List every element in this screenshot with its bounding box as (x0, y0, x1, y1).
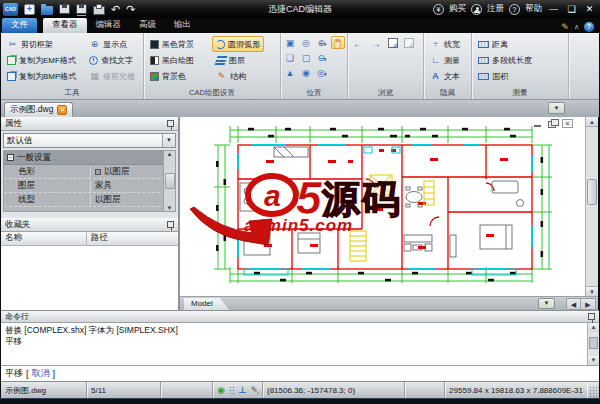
cmd-scroll-down-icon[interactable]: ▼ (588, 356, 599, 365)
property-grid-scrollbar[interactable]: ▲ ▼ (163, 151, 175, 211)
camera-view-icon[interactable]: ▣ (283, 36, 297, 49)
help-question-icon[interactable]: ? (509, 4, 520, 15)
vscroll-down-arrow-icon[interactable]: ▼ (586, 286, 598, 296)
command-input-line[interactable]: 平移 [ 取消 ] (1, 365, 599, 381)
line-width-button[interactable]: ÷线宽 (426, 36, 469, 52)
close-button[interactable]: ✕ (583, 4, 596, 14)
status-ortho-icon[interactable]: ⊥ (238, 385, 246, 395)
area-button[interactable]: 面积 (474, 68, 566, 84)
polyline-length-button[interactable]: 多段线长度 (474, 52, 566, 68)
document-tab[interactable]: 示例图.dwg ✕ (4, 102, 73, 117)
cmd-scroll-thumb[interactable] (589, 337, 598, 349)
copy-bmp-button[interactable]: 复制为BMP格式 (3, 68, 85, 84)
ribbon-help-icon[interactable]: ? (584, 22, 594, 32)
status-grid-icon[interactable] (229, 386, 234, 394)
favorites-col-name[interactable]: 名称 (1, 232, 87, 245)
edit-pencil-icon[interactable]: ✎ (561, 22, 569, 32)
collapse-minus-icon[interactable]: − (7, 154, 14, 161)
tab-advanced[interactable]: 高级 (130, 18, 165, 33)
register-button[interactable]: 注册 (487, 3, 504, 15)
regen-globe-icon[interactable]: ◉ (299, 66, 313, 79)
preset-value: 默认值 (7, 135, 33, 147)
measure-toggle-button[interactable]: ∟测量 (426, 52, 469, 68)
show-points-label: 显示点 (103, 39, 127, 50)
zoom-out-icon[interactable]: ⊖▾ (315, 51, 329, 64)
favorites-col-path[interactable]: 路径 (87, 232, 178, 245)
buy-button[interactable]: 购买 (449, 3, 466, 15)
view-3d-icon[interactable]: ▲ (283, 66, 297, 79)
copy-emf-button[interactable]: 复制为EMF格式 (3, 52, 85, 68)
copy-view-icon[interactable]: ❏ (283, 51, 297, 64)
command-header: 命令行 (1, 310, 599, 323)
preset-dropdown[interactable]: 默认值 ▼ (3, 133, 176, 148)
tab-editor[interactable]: 编辑器 (87, 18, 131, 33)
favorites-pin-icon[interactable] (167, 221, 174, 228)
window-bottom-frame (0, 398, 600, 404)
vscroll-up-arrow-icon[interactable]: ▲ (586, 117, 598, 127)
command-history[interactable]: 替换 [COMPLEX.shx] 字体为 [SIMPLEX.SHX] 平移 (1, 323, 587, 365)
property-group-row[interactable]: − 一般设置 (4, 151, 175, 165)
tab-output[interactable]: 输出 (165, 18, 200, 33)
tab-viewer[interactable]: 查看器 (43, 18, 87, 33)
property-row-layer[interactable]: 图层 家具 (4, 179, 175, 193)
drawing-canvas[interactable]: a 5 源码 admin5.com ✕ (180, 117, 585, 296)
status-draw-icon[interactable]: ✎✓ (250, 385, 258, 395)
watermark-cn: 源码 (321, 178, 402, 220)
forward-arrow-icon[interactable]: → (368, 38, 384, 49)
vertical-scrollbar[interactable]: ▲ ▼ (585, 117, 598, 296)
resize-grip-icon[interactable] (589, 386, 597, 398)
bw-draw-button[interactable]: 黑白绘图 (146, 52, 212, 68)
prompt-cancel-link[interactable]: 取消 (32, 367, 50, 380)
scroll-up-arrow-icon[interactable]: ▲ (167, 151, 173, 157)
distance-button[interactable]: 距离 (474, 36, 566, 52)
zoom-window-icon[interactable]: ◎ (299, 36, 313, 49)
model-bar-chevron-icon[interactable]: ▼ (538, 298, 555, 309)
register-person-icon[interactable] (471, 4, 482, 15)
scroll-left-arrow-icon[interactable]: ◀ (566, 298, 581, 310)
mdi-restore-icon[interactable] (547, 119, 558, 128)
status-marker-icon[interactable]: ◉ (217, 385, 225, 395)
tab-list-chevron-icon[interactable]: ▼ (548, 102, 565, 114)
text-toggle-button[interactable]: A文本 (426, 68, 469, 84)
zoom-scale-icon[interactable]: ◎▾ (315, 66, 329, 79)
help-button[interactable]: 帮助 (525, 3, 542, 15)
scroll-thumb[interactable] (165, 173, 175, 189)
black-bg-button[interactable]: 黑色背景 (146, 36, 212, 52)
smooth-arc-button[interactable]: 圆滑弧形 (212, 36, 264, 52)
document-tab-close-icon[interactable]: ✕ (57, 105, 67, 115)
zoom-in-icon[interactable]: ⊕▾ (315, 36, 329, 49)
property-value: 以图层 (95, 194, 121, 206)
find-text-button[interactable]: 查找文字 (85, 52, 139, 68)
buy-yen-icon[interactable]: ¥ (433, 4, 444, 15)
page-view-icon[interactable] (388, 38, 398, 48)
minimize-button[interactable]: — (547, 4, 560, 14)
mdi-close-icon[interactable]: ✕ (562, 119, 573, 128)
structure-button[interactable]: ✎结构 (212, 68, 264, 84)
command-pin-icon[interactable] (588, 313, 595, 320)
property-row-linetype[interactable]: 线型 以图层 (4, 193, 175, 207)
preset-dropdown-arrow-icon[interactable]: ▼ (162, 134, 175, 147)
command-scrollbar[interactable]: ▲ ▼ (587, 323, 599, 365)
bg-color-button[interactable]: 背景色 (146, 68, 212, 84)
properties-pin-icon[interactable] (167, 120, 174, 127)
scroll-down-arrow-icon[interactable]: ▼ (167, 205, 173, 211)
property-row-color[interactable]: 色彩 以图层 (4, 165, 175, 179)
cut-frame-button[interactable]: ✂剪切框架 (3, 36, 85, 52)
smooth-arc-icon (216, 40, 225, 49)
copy-emf-label: 复制为EMF格式 (19, 55, 76, 66)
back-arrow-icon[interactable]: ← (350, 38, 366, 49)
collapse-ribbon-icon[interactable]: ∧ (574, 23, 579, 31)
document-tab-label: 示例图.dwg (10, 104, 53, 116)
zoom-extents-icon[interactable]: ▢ (299, 51, 313, 64)
cmd-scroll-up-icon[interactable]: ▲ (588, 323, 599, 332)
mdi-minimize-icon[interactable] (532, 119, 543, 128)
pan-hand-icon[interactable] (331, 36, 345, 49)
tab-file[interactable]: 文件 (2, 18, 37, 33)
scroll-right-arrow-icon[interactable]: ▶ (581, 298, 596, 310)
maximize-button[interactable]: ❑ (565, 4, 578, 14)
status-spacer-2 (405, 382, 445, 398)
show-points-button[interactable]: ⊕显示点 (85, 36, 139, 52)
app-window: CAD + ↶ ↷ 迅捷CAD编辑器 ¥ 购买 注册 ? 帮助 — ❑ ✕ 文件… (0, 0, 600, 404)
layers-button[interactable]: 图层 (212, 52, 264, 68)
vscroll-thumb[interactable] (587, 179, 597, 205)
